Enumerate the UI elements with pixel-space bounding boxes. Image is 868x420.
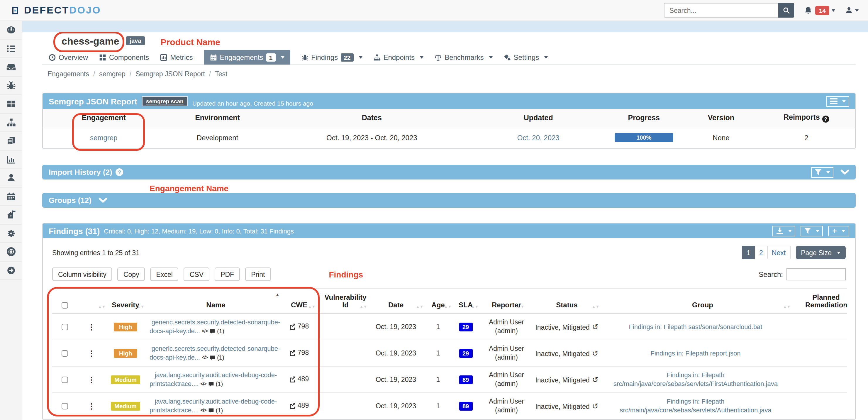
import-history-filter-button[interactable]: [811, 167, 833, 177]
row-checkbox[interactable]: [61, 324, 68, 330]
scan-type-badge[interactable]: semgrep scan: [142, 96, 188, 106]
sidebar-item-endpoints[interactable]: [0, 114, 22, 132]
sort-icon[interactable]: ▲▼: [360, 305, 367, 308]
collapse-chevron-icon[interactable]: [98, 198, 107, 203]
breadcrumb-report[interactable]: Semgrep JSON Report: [135, 70, 205, 78]
excel-button[interactable]: Excel: [150, 268, 179, 281]
sidebar-item-logout[interactable]: [0, 261, 22, 280]
tab-endpoints[interactable]: Endpoints: [373, 50, 424, 64]
finding-name-link[interactable]: printstacktrace....: [150, 380, 199, 388]
breadcrumb-semgrep[interactable]: semgrep: [99, 70, 125, 78]
help-icon[interactable]: ?: [116, 168, 123, 176]
copy-button[interactable]: Copy: [118, 268, 145, 281]
sort-icon[interactable]: ▲▼: [839, 305, 846, 308]
groups-bar[interactable]: Groups (12): [42, 193, 856, 208]
column-visibility-button[interactable]: Column visibility: [52, 268, 112, 281]
sidebar-item-dashboard[interactable]: [0, 21, 22, 39]
collapse-chevron-icon[interactable]: [840, 169, 849, 175]
sort-icon[interactable]: ▲▼: [783, 305, 790, 308]
page-size-button[interactable]: Page Size: [796, 246, 846, 259]
finding-name-link[interactable]: docs-api-key.de...: [150, 353, 200, 362]
cwe-link[interactable]: 489: [289, 402, 309, 409]
sort-icon[interactable]: ▲▼: [517, 305, 524, 308]
import-history-bar[interactable]: Import History (2) ?: [42, 165, 856, 180]
sort-icon[interactable]: ▲▼: [416, 305, 424, 308]
finding-name-link[interactable]: java.lang.security.audit.active-debug-co…: [155, 398, 277, 405]
row-menu-icon[interactable]: ⋮: [88, 349, 95, 358]
engagement-link[interactable]: semgrep: [90, 134, 117, 142]
table-search-input[interactable]: [786, 268, 846, 280]
sidebar-item-findings[interactable]: [0, 77, 22, 95]
row-menu-icon[interactable]: ⋮: [88, 375, 95, 384]
csv-button[interactable]: CSV: [184, 268, 209, 281]
sort-icon[interactable]: ▲▼: [137, 305, 144, 308]
finding-name-link[interactable]: printstacktrace....: [150, 406, 199, 415]
group-link[interactable]: Findings in: Filepath sast/sonar/sonarcl…: [600, 322, 791, 331]
sidebar-item-support[interactable]: [0, 243, 22, 261]
sidebar-item-reports[interactable]: [0, 132, 22, 150]
sidebar-item-metrics[interactable]: [0, 150, 22, 169]
updated-date-link[interactable]: Oct. 20, 2023: [517, 134, 559, 142]
tab-components[interactable]: Components: [99, 50, 149, 64]
help-icon[interactable]: ?: [822, 116, 829, 123]
sidebar-item-calendar[interactable]: [0, 187, 22, 206]
notifications-menu[interactable]: 14: [804, 6, 835, 15]
tab-settings[interactable]: Settings: [504, 50, 548, 64]
history-icon[interactable]: ↺: [592, 375, 598, 384]
group-link[interactable]: Findings in: Filepathsrc/main/java/core/…: [600, 397, 791, 415]
finding-name-link[interactable]: java.lang.security.audit.active-debug-co…: [155, 371, 277, 378]
cwe-link[interactable]: 798: [289, 323, 309, 330]
cwe-link[interactable]: 798: [289, 349, 309, 356]
sort-icon[interactable]: ▲▼: [592, 305, 599, 308]
history-icon[interactable]: ↺: [592, 322, 598, 331]
col-age-label: Age: [431, 301, 444, 309]
tab-overview[interactable]: Overview: [49, 50, 88, 64]
group-link[interactable]: Findings in: Filepathsrc/main/java/core/…: [600, 371, 791, 388]
defectdojo-logo[interactable]: DEFECTDOJO: [11, 4, 101, 16]
sidebar-item-components[interactable]: [0, 95, 22, 114]
history-icon[interactable]: ↺: [592, 401, 598, 410]
pdf-button[interactable]: PDF: [215, 268, 240, 281]
finding-name-link[interactable]: docs-api-key.de...: [150, 327, 200, 335]
breadcrumb-test[interactable]: Test: [215, 70, 227, 78]
sort-icon[interactable]: ▲▼: [308, 305, 315, 308]
finding-name-link[interactable]: generic.secrets.security.detected-sonarq…: [152, 345, 280, 352]
sort-icon[interactable]: ▲▼: [444, 305, 452, 308]
search-button[interactable]: [779, 3, 795, 18]
pagination: 1 2 Next Page Size: [743, 246, 846, 259]
sidebar-item-settings[interactable]: [0, 224, 22, 243]
sort-ascending-icon[interactable]: ▲: [275, 291, 280, 299]
tab-metrics[interactable]: Metrics: [160, 50, 193, 64]
sidebar-item-inbox[interactable]: [0, 58, 22, 77]
row-checkbox[interactable]: [61, 403, 68, 410]
finding-name-link[interactable]: generic.secrets.security.detected-sonarq…: [152, 319, 280, 326]
global-search-input[interactable]: [664, 3, 779, 18]
page-button-2[interactable]: 2: [754, 246, 768, 259]
sidebar-item-product-add[interactable]: [0, 206, 22, 224]
history-icon[interactable]: ↺: [592, 349, 598, 358]
gear-icon: [6, 229, 16, 238]
report-menu-button[interactable]: [826, 96, 849, 107]
row-menu-icon[interactable]: ⋮: [88, 401, 95, 410]
breadcrumb-engagements[interactable]: Engagements: [48, 70, 89, 78]
row-checkbox[interactable]: [61, 350, 68, 357]
findings-add-button[interactable]: +: [828, 226, 849, 236]
row-checkbox[interactable]: [61, 377, 68, 383]
sort-icon[interactable]: ▲▼: [471, 305, 478, 308]
group-link[interactable]: Findings in: Filepath report.json: [600, 349, 791, 358]
cwe-link[interactable]: 489: [289, 376, 309, 383]
user-menu[interactable]: [845, 6, 859, 14]
print-button[interactable]: Print: [245, 268, 271, 281]
sidebar-item-users[interactable]: [0, 169, 22, 187]
sidebar-item-list[interactable]: [0, 39, 22, 58]
sort-icon[interactable]: ▲▼: [98, 305, 105, 308]
select-all-checkbox[interactable]: [61, 302, 68, 309]
next-page-button[interactable]: Next: [767, 246, 790, 259]
findings-filter-button[interactable]: [801, 226, 823, 236]
tab-benchmarks[interactable]: Benchmarks: [435, 50, 492, 64]
findings-download-button[interactable]: [772, 226, 795, 236]
page-button-1[interactable]: 1: [742, 246, 755, 259]
row-menu-icon[interactable]: ⋮: [88, 322, 95, 331]
tab-engagements[interactable]: Engagements 1: [204, 50, 290, 64]
tab-findings[interactable]: Findings 22: [301, 50, 362, 64]
